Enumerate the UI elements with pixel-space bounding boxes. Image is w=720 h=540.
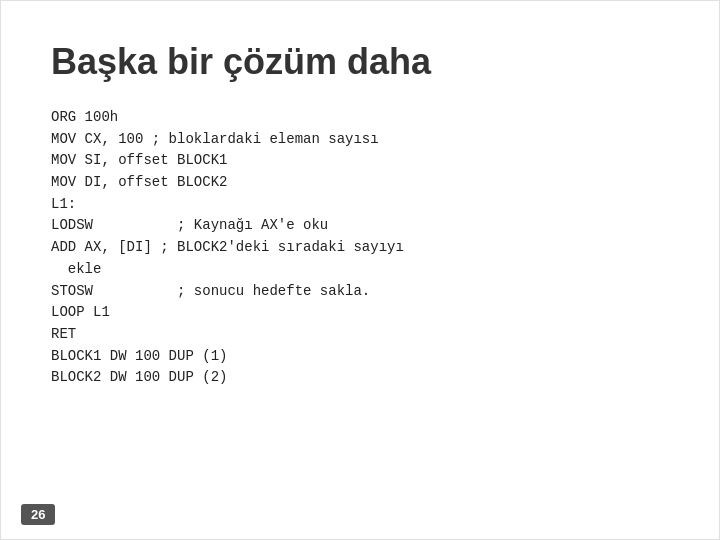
code-block: ORG 100h MOV CX, 100 ; bloklardaki elema…: [51, 107, 669, 389]
slide: Başka bir çözüm daha ORG 100h MOV CX, 10…: [0, 0, 720, 540]
page-number: 26: [21, 504, 55, 525]
slide-title: Başka bir çözüm daha: [51, 41, 669, 83]
